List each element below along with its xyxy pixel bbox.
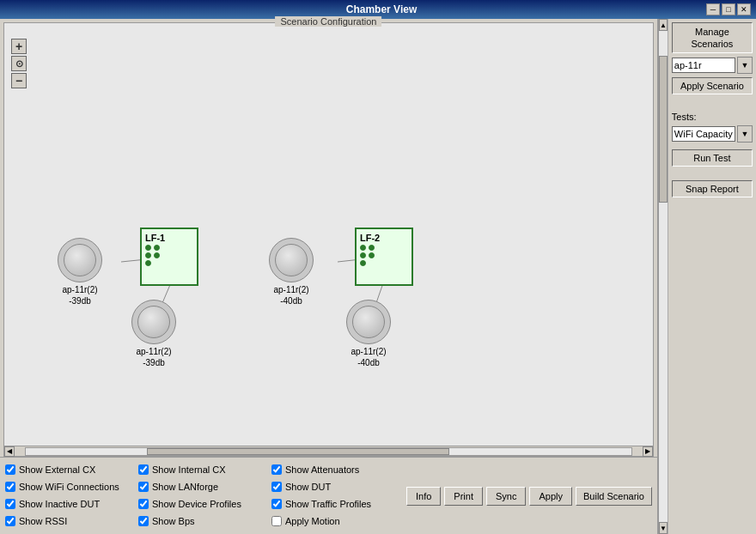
tests-select[interactable]: WiFi Capacity bbox=[672, 126, 735, 142]
scenario-legend: Scenario Configuration bbox=[276, 16, 382, 27]
zoom-reset-button[interactable]: ⊙ bbox=[11, 56, 27, 71]
checkbox-show-bps[interactable]: Show Bps bbox=[138, 516, 271, 526]
checkbox-show-internal-cx[interactable]: Show Internal CX bbox=[138, 464, 271, 475]
tests-dropdown-arrow[interactable]: ▼ bbox=[737, 125, 753, 143]
vertical-scrollbar[interactable]: ▲ ▼ bbox=[658, 19, 668, 534]
snap-report-button[interactable]: Snap Report bbox=[672, 180, 753, 197]
close-button[interactable]: ✕ bbox=[737, 3, 751, 15]
node-label: ap-11r(2)-40db bbox=[273, 284, 308, 306]
scroll-thumb-h[interactable] bbox=[147, 448, 449, 455]
checkbox-show-external-cx[interactable]: Show External CX bbox=[5, 464, 138, 475]
canvas-area: + ⊙ − bbox=[4, 32, 653, 446]
node-right-top: ap-11r(2)-40db bbox=[269, 238, 314, 306]
checkbox-show-lanforge[interactable]: Show LANforge bbox=[138, 482, 271, 492]
zoom-out-button[interactable]: − bbox=[11, 73, 27, 88]
scenario-dropdown-arrow[interactable]: ▼ bbox=[737, 57, 753, 74]
zoom-in-button[interactable]: + bbox=[11, 39, 27, 54]
info-button[interactable]: Info bbox=[406, 487, 441, 506]
scroll-down-button[interactable]: ▼ bbox=[659, 522, 668, 534]
checkbox-apply-motion[interactable]: Apply Motion bbox=[271, 516, 396, 526]
checkbox-show-inactive-dut[interactable]: Show Inactive DUT bbox=[5, 499, 138, 509]
bottom-checkboxes: Show External CX Show Internal CX Show A… bbox=[0, 458, 401, 534]
scenario-select[interactable]: ap-11r bbox=[672, 58, 735, 73]
lf2-title: LF-2 bbox=[360, 233, 380, 243]
checkbox-show-rssi[interactable]: Show RSSI bbox=[5, 516, 138, 526]
run-test-button[interactable]: Run Test bbox=[672, 149, 753, 167]
horizontal-scrollbar[interactable]: ◀ ▶ bbox=[4, 446, 653, 456]
zoom-controls: + ⊙ − bbox=[11, 39, 27, 88]
scroll-up-button[interactable]: ▲ bbox=[659, 19, 668, 31]
action-buttons: Info Print Sync Apply Build Scenario bbox=[401, 458, 657, 534]
lf2-dots bbox=[360, 245, 375, 266]
apply-button[interactable]: Apply bbox=[529, 487, 572, 506]
checkbox-show-device-profiles[interactable]: Show Device Profiles bbox=[138, 499, 271, 509]
minimize-button[interactable]: ─ bbox=[706, 3, 720, 15]
node-left-top: ap-11r(2)-39db bbox=[58, 238, 102, 306]
node-label: ap-11r(2)-39db bbox=[62, 284, 97, 306]
node-circle bbox=[346, 300, 391, 344]
sync-button[interactable]: Sync bbox=[486, 487, 526, 506]
spacer2 bbox=[672, 170, 753, 177]
node-right-bottom: ap-11r(2)-40db bbox=[346, 300, 391, 368]
tests-label: Tests: bbox=[672, 112, 753, 122]
node-label: ap-11r(2)-40db bbox=[351, 346, 386, 368]
checkbox-show-dut[interactable]: Show DUT bbox=[271, 482, 396, 492]
apply-scenario-button[interactable]: Apply Scenario bbox=[672, 77, 753, 94]
maximize-button[interactable]: □ bbox=[722, 3, 735, 15]
scroll-right-button[interactable]: ▶ bbox=[643, 446, 653, 457]
tests-dropdown-row: WiFi Capacity ▼ bbox=[672, 125, 753, 143]
scroll-track-v bbox=[659, 31, 668, 522]
node-left-bottom: ap-11r(2)-39db bbox=[131, 300, 176, 368]
spacer bbox=[672, 98, 753, 105]
checkbox-show-wifi-connections[interactable]: Show WiFi Connections bbox=[5, 482, 138, 492]
checkbox-show-traffic-profiles[interactable]: Show Traffic Profiles bbox=[271, 499, 396, 509]
checkbox-show-attenuators[interactable]: Show Attenuators bbox=[271, 464, 396, 475]
left-panel: Scenario Configuration + ⊙ − bbox=[0, 19, 658, 534]
node-circle bbox=[131, 300, 176, 344]
bottom-controls: Show External CX Show Internal CX Show A… bbox=[0, 457, 657, 534]
lf1-box[interactable]: LF-1 bbox=[140, 228, 198, 286]
scenario-dropdown-row: ap-11r ▼ bbox=[672, 57, 753, 74]
window-controls[interactable]: ─ □ ✕ bbox=[706, 3, 751, 15]
scenario-fieldset: Scenario Configuration + ⊙ − bbox=[3, 22, 654, 457]
window-title: Chamber View bbox=[57, 3, 706, 15]
manage-scenarios-button[interactable]: ManageScenarios bbox=[672, 22, 753, 53]
scroll-track-h bbox=[25, 447, 632, 456]
scroll-thumb-v[interactable] bbox=[659, 56, 668, 203]
node-circle bbox=[58, 238, 102, 282]
lf1-title: LF-1 bbox=[145, 233, 165, 243]
node-label: ap-11r(2)-39db bbox=[136, 346, 171, 368]
main-container: Scenario Configuration + ⊙ − bbox=[0, 19, 756, 534]
print-button[interactable]: Print bbox=[444, 487, 483, 506]
node-circle bbox=[269, 238, 314, 282]
lf1-dots bbox=[145, 245, 160, 266]
lf2-box[interactable]: LF-2 bbox=[355, 228, 413, 286]
right-panel: ManageScenarios ap-11r ▼ Apply Scenario … bbox=[668, 19, 756, 534]
build-scenario-button[interactable]: Build Scenario bbox=[576, 487, 652, 506]
scroll-left-button[interactable]: ◀ bbox=[4, 446, 15, 457]
